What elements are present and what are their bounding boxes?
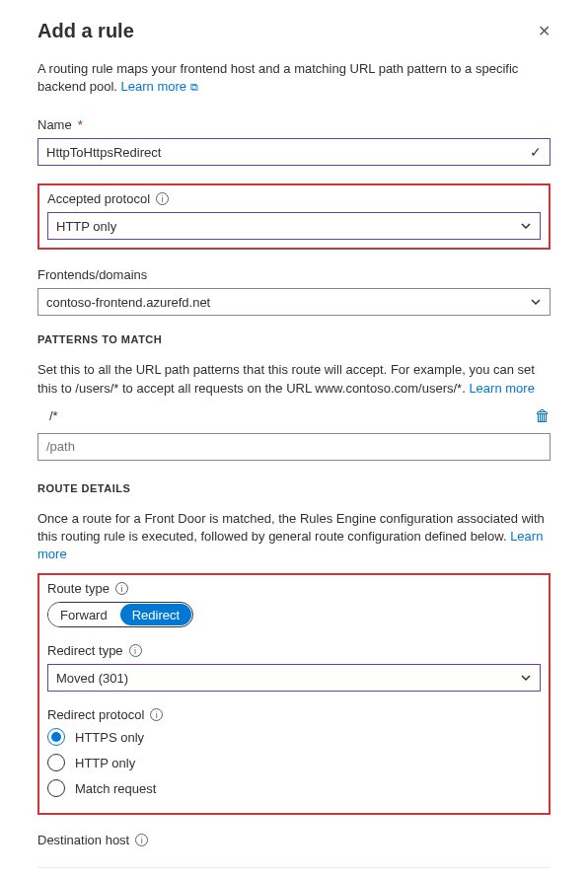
redirect-type-select[interactable]: Moved (301) — [47, 664, 541, 692]
frontends-select[interactable]: contoso-frontend.azurefd.net — [37, 288, 551, 316]
route-type-label: Route type i — [47, 581, 541, 596]
redirect-protocol-http[interactable]: HTTP only — [47, 754, 541, 771]
trash-icon[interactable]: 🗑 — [535, 407, 551, 425]
info-icon[interactable]: i — [135, 834, 148, 846]
pattern-value: /* — [49, 408, 525, 423]
intro-text: A routing rule maps your frontend host a… — [37, 60, 551, 96]
route-type-toggle: Forward Redirect — [47, 602, 193, 627]
accepted-protocol-select[interactable]: HTTP only — [47, 212, 541, 240]
radio-icon — [47, 728, 65, 746]
redirect-protocol-https[interactable]: HTTPS only — [47, 728, 541, 746]
info-icon[interactable]: i — [129, 644, 142, 657]
route-details-heading: ROUTE DETAILS — [37, 482, 551, 494]
chevron-down-icon — [520, 220, 532, 232]
panel-title: Add a rule — [37, 20, 134, 42]
name-input[interactable]: HttpToHttpsRedirect ✓ — [37, 138, 551, 166]
redirect-type-label: Redirect type i — [47, 643, 541, 658]
info-icon[interactable]: i — [115, 582, 128, 595]
name-label: Name* — [37, 117, 551, 132]
route-type-redirect[interactable]: Redirect — [120, 604, 191, 625]
route-config-highlight: Route type i Forward Redirect Redirect t… — [37, 573, 551, 815]
patterns-heading: PATTERNS TO MATCH — [37, 333, 551, 345]
learn-more-link[interactable]: Learn more ⧉ — [121, 79, 198, 94]
patterns-desc: Set this to all the URL path patterns th… — [37, 361, 551, 397]
pattern-row: /* 🗑 — [37, 407, 551, 425]
external-link-icon: ⧉ — [190, 81, 198, 93]
frontends-label: Frontends/domains — [37, 267, 551, 282]
pattern-input[interactable] — [37, 433, 551, 461]
radio-icon — [47, 754, 65, 771]
info-icon[interactable]: i — [156, 192, 169, 205]
route-details-desc: Once a route for a Front Door is matched… — [37, 510, 551, 564]
check-icon: ✓ — [530, 144, 542, 160]
redirect-protocol-label: Redirect protocol i — [47, 707, 541, 722]
radio-icon — [47, 779, 65, 797]
destination-host-label: Destination host i — [37, 833, 551, 847]
chevron-down-icon — [530, 296, 542, 308]
redirect-protocol-match[interactable]: Match request — [47, 779, 541, 797]
chevron-down-icon — [520, 672, 532, 684]
accepted-protocol-label: Accepted protocol i — [47, 191, 541, 206]
info-icon[interactable]: i — [150, 708, 163, 721]
patterns-learn-more-link[interactable]: Learn more — [469, 381, 534, 396]
accepted-protocol-highlight: Accepted protocol i HTTP only — [37, 183, 551, 250]
close-icon[interactable]: ✕ — [538, 22, 551, 40]
route-type-forward[interactable]: Forward — [48, 603, 119, 626]
